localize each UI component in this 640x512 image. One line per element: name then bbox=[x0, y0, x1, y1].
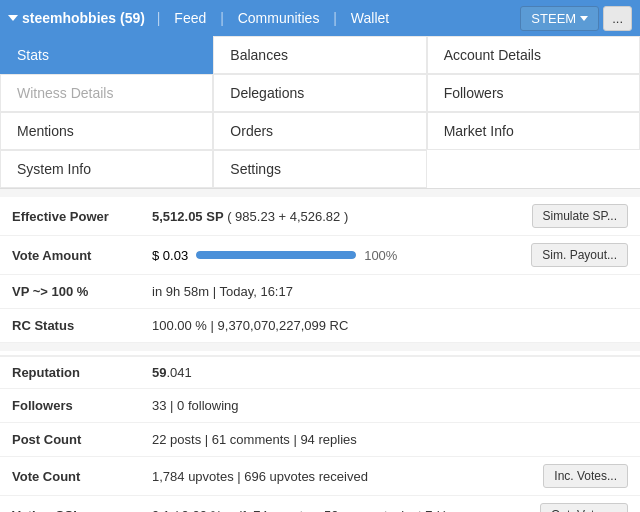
brand-label: steemhobbies (59) bbox=[22, 10, 145, 26]
menu-item-system-info[interactable]: System Info bbox=[0, 150, 213, 188]
stat-row-voting-csi: Voting CSI9.1 ( 0.00 % self, 74 upvotes,… bbox=[0, 496, 640, 512]
menu-item-mentions[interactable]: Mentions bbox=[0, 112, 213, 150]
stat-label: Vote Count bbox=[12, 469, 152, 484]
nav-wallet[interactable]: Wallet bbox=[341, 0, 399, 36]
stat-label: Effective Power bbox=[12, 209, 152, 224]
nav-sep-3: | bbox=[329, 10, 340, 26]
nav-communities[interactable]: Communities bbox=[228, 0, 330, 36]
vote-progress-bar bbox=[196, 251, 356, 259]
steem-chevron-icon bbox=[580, 16, 588, 21]
stat-value: in 9h 58m | Today, 16:17 bbox=[152, 284, 628, 299]
stat-row-vp-100-: VP ~> 100 %in 9h 58m | Today, 16:17 bbox=[0, 275, 640, 309]
steem-button[interactable]: STEEM bbox=[520, 6, 599, 31]
stat-label: Voting CSI bbox=[12, 508, 152, 513]
more-button[interactable]: ... bbox=[603, 6, 632, 31]
stat-row-post-count: Post Count22 posts | 61 comments | 94 re… bbox=[0, 423, 640, 457]
stat-value: 33 | 0 following bbox=[152, 398, 628, 413]
nav-sep-2: | bbox=[216, 10, 227, 26]
stat-action-button[interactable]: Inc. Votes... bbox=[543, 464, 628, 488]
menu-item-orders[interactable]: Orders bbox=[213, 112, 426, 150]
stat-label: VP ~> 100 % bbox=[12, 284, 152, 299]
vote-amount-value: $ 0.03 bbox=[152, 248, 188, 263]
stat-row-followers: Followers33 | 0 following bbox=[0, 389, 640, 423]
menu-item-empty bbox=[427, 150, 640, 188]
nav-sep-1: | bbox=[153, 10, 164, 26]
menu-item-delegations[interactable]: Delegations bbox=[213, 74, 426, 112]
stat-value: 9.1 ( 0.00 % self, 74 upvotes, 50 accoun… bbox=[152, 508, 532, 513]
vote-pct-label: 100% bbox=[364, 248, 397, 263]
menu-item-settings[interactable]: Settings bbox=[213, 150, 426, 188]
stat-label: RC Status bbox=[12, 318, 152, 333]
stat-action-button[interactable]: Sim. Payout... bbox=[531, 243, 628, 267]
menu-item-balances[interactable]: Balances bbox=[213, 36, 426, 74]
stat-value: 22 posts | 61 comments | 94 replies bbox=[152, 432, 628, 447]
stat-label: Reputation bbox=[12, 365, 152, 380]
nav-feed[interactable]: Feed bbox=[164, 0, 216, 36]
stat-row-effective-power: Effective Power5,512.05 SP ( 985.23 + 4,… bbox=[0, 197, 640, 236]
menu-grid: StatsBalancesAccount DetailsWitness Deta… bbox=[0, 36, 640, 189]
vote-bar-fill bbox=[196, 251, 356, 259]
stat-value: 59.041 bbox=[152, 365, 628, 380]
stat-row-vote-amount: Vote Amount$ 0.03100%Sim. Payout... bbox=[0, 236, 640, 275]
menu-item-witness-details[interactable]: Witness Details bbox=[0, 74, 213, 112]
section-divider bbox=[0, 343, 640, 351]
stat-row-vote-count: Vote Count1,784 upvotes | 696 upvotes re… bbox=[0, 457, 640, 496]
stat-value: 5,512.05 SP ( 985.23 + 4,526.82 ) bbox=[152, 209, 524, 224]
brand-chevron-icon bbox=[8, 15, 18, 21]
vote-bar-container: $ 0.03100% bbox=[152, 248, 523, 263]
menu-item-stats[interactable]: Stats bbox=[0, 36, 213, 74]
stat-label: Followers bbox=[12, 398, 152, 413]
menu-item-followers[interactable]: Followers bbox=[427, 74, 640, 112]
stat-action-button[interactable]: Out. Votes... bbox=[540, 503, 628, 512]
stat-value: 1,784 upvotes | 696 upvotes received bbox=[152, 469, 535, 484]
stat-row-reputation: Reputation59.041 bbox=[0, 355, 640, 389]
steem-label: STEEM bbox=[531, 11, 576, 26]
menu-item-account-details[interactable]: Account Details bbox=[427, 36, 640, 74]
brand[interactable]: steemhobbies (59) bbox=[8, 10, 145, 26]
stat-label: Vote Amount bbox=[12, 248, 152, 263]
stats-section: Effective Power5,512.05 SP ( 985.23 + 4,… bbox=[0, 197, 640, 512]
stat-row-rc-status: RC Status100.00 % | 9,370,070,227,099 RC bbox=[0, 309, 640, 343]
top-nav: steemhobbies (59) | Feed | Communities |… bbox=[0, 0, 640, 36]
stat-action-button[interactable]: Simulate SP... bbox=[532, 204, 628, 228]
menu-item-market-info[interactable]: Market Info bbox=[427, 112, 640, 150]
stat-value: 100.00 % | 9,370,070,227,099 RC bbox=[152, 318, 628, 333]
stat-label: Post Count bbox=[12, 432, 152, 447]
